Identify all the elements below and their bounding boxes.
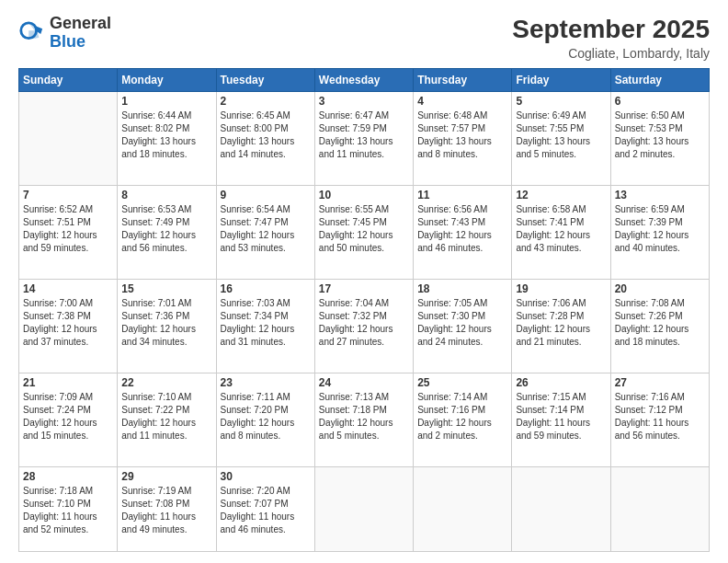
day-number: 21 bbox=[23, 376, 113, 389]
day-info: Sunrise: 7:00 AM Sunset: 7:38 PM Dayligh… bbox=[23, 297, 113, 349]
logo-text: General Blue bbox=[50, 15, 111, 52]
day-info: Sunrise: 7:18 AM Sunset: 7:10 PM Dayligh… bbox=[23, 485, 113, 536]
day-number: 28 bbox=[23, 470, 113, 483]
header-sunday: Sunday bbox=[19, 69, 118, 92]
day-info: Sunrise: 6:50 AM Sunset: 7:53 PM Dayligh… bbox=[615, 109, 705, 161]
calendar-table: Sunday Monday Tuesday Wednesday Thursday… bbox=[18, 68, 710, 552]
day-info: Sunrise: 6:44 AM Sunset: 8:02 PM Dayligh… bbox=[121, 109, 211, 161]
day-info: Sunrise: 7:13 AM Sunset: 7:18 PM Dayligh… bbox=[319, 391, 409, 442]
table-row: 11Sunrise: 6:56 AM Sunset: 7:43 PM Dayli… bbox=[414, 186, 512, 280]
calendar-week-row: 14Sunrise: 7:00 AM Sunset: 7:38 PM Dayli… bbox=[19, 280, 710, 373]
header-saturday: Saturday bbox=[610, 69, 709, 92]
table-row: 2Sunrise: 6:45 AM Sunset: 8:00 PM Daylig… bbox=[216, 92, 314, 186]
logo-icon bbox=[18, 20, 44, 46]
day-number: 2 bbox=[221, 95, 311, 108]
day-number: 29 bbox=[121, 470, 211, 483]
table-row: 27Sunrise: 7:16 AM Sunset: 7:12 PM Dayli… bbox=[610, 373, 709, 467]
day-number: 25 bbox=[417, 376, 507, 389]
location: Cogliate, Lombardy, Italy bbox=[512, 46, 710, 61]
table-row: 1Sunrise: 6:44 AM Sunset: 8:02 PM Daylig… bbox=[118, 92, 216, 186]
table-row bbox=[19, 92, 118, 186]
table-row: 19Sunrise: 7:06 AM Sunset: 7:28 PM Dayli… bbox=[512, 280, 610, 373]
day-number: 5 bbox=[516, 95, 606, 108]
logo-blue-text: Blue bbox=[50, 33, 111, 52]
day-info: Sunrise: 7:15 AM Sunset: 7:14 PM Dayligh… bbox=[516, 391, 606, 442]
header-friday: Friday bbox=[512, 69, 610, 92]
day-info: Sunrise: 7:01 AM Sunset: 7:36 PM Dayligh… bbox=[121, 297, 211, 349]
day-number: 14 bbox=[23, 282, 113, 295]
table-row: 3Sunrise: 6:47 AM Sunset: 7:59 PM Daylig… bbox=[314, 92, 413, 186]
table-row: 18Sunrise: 7:05 AM Sunset: 7:30 PM Dayli… bbox=[414, 280, 512, 373]
day-number: 3 bbox=[319, 95, 409, 108]
table-row bbox=[512, 467, 610, 552]
table-row: 5Sunrise: 6:49 AM Sunset: 7:55 PM Daylig… bbox=[512, 92, 610, 186]
day-number: 17 bbox=[319, 282, 409, 295]
weekday-header-row: Sunday Monday Tuesday Wednesday Thursday… bbox=[19, 69, 710, 92]
calendar-week-row: 28Sunrise: 7:18 AM Sunset: 7:10 PM Dayli… bbox=[19, 467, 710, 552]
day-number: 23 bbox=[221, 376, 311, 389]
day-info: Sunrise: 7:20 AM Sunset: 7:07 PM Dayligh… bbox=[221, 485, 311, 536]
day-number: 13 bbox=[615, 189, 705, 201]
day-info: Sunrise: 7:09 AM Sunset: 7:24 PM Dayligh… bbox=[23, 391, 113, 442]
table-row: 9Sunrise: 6:54 AM Sunset: 7:47 PM Daylig… bbox=[216, 186, 314, 280]
table-row: 30Sunrise: 7:20 AM Sunset: 7:07 PM Dayli… bbox=[216, 467, 314, 552]
table-row: 8Sunrise: 6:53 AM Sunset: 7:49 PM Daylig… bbox=[118, 186, 216, 280]
calendar-week-row: 21Sunrise: 7:09 AM Sunset: 7:24 PM Dayli… bbox=[19, 373, 710, 467]
day-number: 6 bbox=[615, 95, 705, 108]
day-info: Sunrise: 6:56 AM Sunset: 7:43 PM Dayligh… bbox=[417, 203, 507, 255]
logo-general-text: General bbox=[50, 15, 111, 33]
table-row: 17Sunrise: 7:04 AM Sunset: 7:32 PM Dayli… bbox=[314, 280, 413, 373]
table-row: 14Sunrise: 7:00 AM Sunset: 7:38 PM Dayli… bbox=[19, 280, 118, 373]
header-wednesday: Wednesday bbox=[314, 69, 413, 92]
day-info: Sunrise: 7:11 AM Sunset: 7:20 PM Dayligh… bbox=[221, 391, 311, 442]
day-info: Sunrise: 7:04 AM Sunset: 7:32 PM Dayligh… bbox=[319, 297, 409, 349]
day-info: Sunrise: 7:14 AM Sunset: 7:16 PM Dayligh… bbox=[417, 391, 507, 442]
table-row: 23Sunrise: 7:11 AM Sunset: 7:20 PM Dayli… bbox=[216, 373, 314, 467]
day-number: 22 bbox=[121, 376, 211, 389]
calendar-week-row: 1Sunrise: 6:44 AM Sunset: 8:02 PM Daylig… bbox=[19, 92, 710, 186]
day-number: 15 bbox=[121, 282, 211, 295]
table-row: 29Sunrise: 7:19 AM Sunset: 7:08 PM Dayli… bbox=[118, 467, 216, 552]
day-number: 16 bbox=[221, 282, 311, 295]
day-number: 4 bbox=[417, 95, 507, 108]
day-info: Sunrise: 6:52 AM Sunset: 7:51 PM Dayligh… bbox=[23, 203, 113, 255]
day-info: Sunrise: 6:47 AM Sunset: 7:59 PM Dayligh… bbox=[319, 109, 409, 161]
table-row bbox=[314, 467, 413, 552]
day-number: 27 bbox=[615, 376, 705, 389]
table-row: 24Sunrise: 7:13 AM Sunset: 7:18 PM Dayli… bbox=[314, 373, 413, 467]
table-row: 22Sunrise: 7:10 AM Sunset: 7:22 PM Dayli… bbox=[118, 373, 216, 467]
logo: General Blue bbox=[18, 15, 111, 52]
day-number: 19 bbox=[516, 282, 606, 295]
table-row bbox=[610, 467, 709, 552]
day-number: 24 bbox=[319, 376, 409, 389]
day-number: 10 bbox=[319, 189, 409, 201]
day-info: Sunrise: 7:05 AM Sunset: 7:30 PM Dayligh… bbox=[417, 297, 507, 349]
title-area: September 2025 Cogliate, Lombardy, Italy bbox=[512, 15, 710, 61]
table-row: 25Sunrise: 7:14 AM Sunset: 7:16 PM Dayli… bbox=[414, 373, 512, 467]
day-number: 9 bbox=[221, 189, 311, 201]
day-number: 8 bbox=[121, 189, 211, 201]
table-row: 6Sunrise: 6:50 AM Sunset: 7:53 PM Daylig… bbox=[610, 92, 709, 186]
day-info: Sunrise: 7:03 AM Sunset: 7:34 PM Dayligh… bbox=[221, 297, 311, 349]
page: General Blue September 2025 Cogliate, Lo… bbox=[0, 0, 728, 563]
table-row: 20Sunrise: 7:08 AM Sunset: 7:26 PM Dayli… bbox=[610, 280, 709, 373]
day-number: 26 bbox=[516, 376, 606, 389]
header-tuesday: Tuesday bbox=[216, 69, 314, 92]
header-thursday: Thursday bbox=[414, 69, 512, 92]
day-number: 12 bbox=[516, 189, 606, 201]
day-info: Sunrise: 6:45 AM Sunset: 8:00 PM Dayligh… bbox=[221, 109, 311, 161]
day-info: Sunrise: 7:10 AM Sunset: 7:22 PM Dayligh… bbox=[121, 391, 211, 442]
table-row: 28Sunrise: 7:18 AM Sunset: 7:10 PM Dayli… bbox=[19, 467, 118, 552]
day-number: 1 bbox=[121, 95, 211, 108]
table-row: 4Sunrise: 6:48 AM Sunset: 7:57 PM Daylig… bbox=[414, 92, 512, 186]
day-info: Sunrise: 6:48 AM Sunset: 7:57 PM Dayligh… bbox=[417, 109, 507, 161]
header: General Blue September 2025 Cogliate, Lo… bbox=[18, 15, 710, 61]
table-row: 16Sunrise: 7:03 AM Sunset: 7:34 PM Dayli… bbox=[216, 280, 314, 373]
day-info: Sunrise: 7:06 AM Sunset: 7:28 PM Dayligh… bbox=[516, 297, 606, 349]
table-row bbox=[414, 467, 512, 552]
day-info: Sunrise: 6:54 AM Sunset: 7:47 PM Dayligh… bbox=[221, 203, 311, 255]
day-info: Sunrise: 7:16 AM Sunset: 7:12 PM Dayligh… bbox=[615, 391, 705, 442]
table-row: 26Sunrise: 7:15 AM Sunset: 7:14 PM Dayli… bbox=[512, 373, 610, 467]
table-row: 7Sunrise: 6:52 AM Sunset: 7:51 PM Daylig… bbox=[19, 186, 118, 280]
day-number: 20 bbox=[615, 282, 705, 295]
